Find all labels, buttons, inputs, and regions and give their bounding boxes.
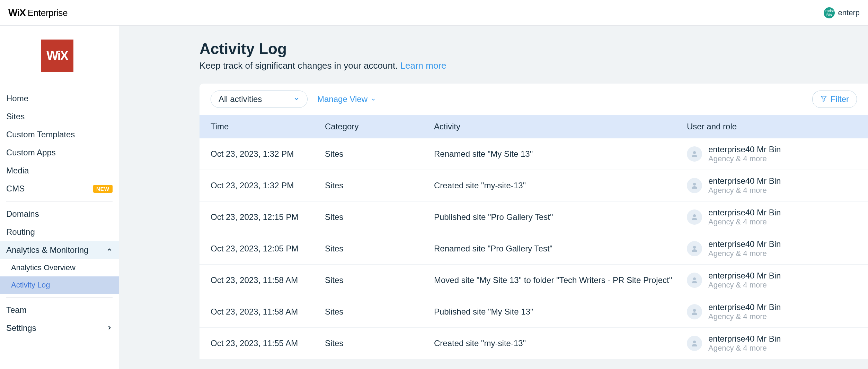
cell-activity: Created site "my-site-13"	[434, 338, 687, 348]
svg-point-5	[693, 277, 696, 280]
page-subtitle: Keep track of significant changes in you…	[200, 60, 868, 71]
manage-view-label: Manage View	[317, 94, 367, 104]
sidebar-item-analytics-monitoring[interactable]: Analytics & Monitoring	[0, 241, 119, 259]
sidebar-item-label: Team	[6, 305, 27, 315]
sidebar-item-label: Analytics & Monitoring	[6, 245, 88, 255]
sidebar-item-label: Routing	[6, 227, 35, 237]
table-row[interactable]: Oct 23, 2023, 1:32 PM Sites Renamed site…	[200, 138, 868, 170]
sidebar-item-label: Custom Templates	[6, 130, 75, 139]
user-menu[interactable]: erprise Bin enterp	[824, 7, 860, 18]
cell-category: Sites	[325, 244, 434, 254]
filter-label: Filter	[831, 94, 849, 104]
cell-user-role: Agency & 4 more	[708, 249, 781, 258]
table-row[interactable]: Oct 23, 2023, 1:32 PM Sites Created site…	[200, 170, 868, 201]
svg-point-2	[693, 183, 696, 186]
user-avatar-icon	[687, 241, 702, 256]
chevron-down-icon	[371, 94, 376, 104]
page-title: Activity Log	[200, 40, 868, 58]
sidebar-item-analytics-overview[interactable]: Analytics Overview	[0, 259, 119, 276]
sidebar-item-sites[interactable]: Sites	[0, 108, 119, 126]
user-name-label: enterp	[838, 8, 860, 17]
sidebar-divider	[6, 201, 113, 201]
user-avatar-icon	[687, 209, 702, 225]
col-header-category[interactable]: Category	[325, 122, 434, 131]
sidebar-item-domains[interactable]: Domains	[0, 205, 119, 223]
svg-point-1	[693, 151, 696, 154]
chevron-down-icon	[293, 94, 300, 104]
table-header: Time Category Activity User and role	[200, 115, 868, 138]
sidebar-item-label: Custom Apps	[6, 148, 56, 157]
sidebar: WiX Home Sites Custom Templates Custom A…	[0, 26, 119, 369]
brand-enterprise-text: Enterprise	[28, 8, 68, 18]
table-row[interactable]: Oct 23, 2023, 11:58 AM Sites Published s…	[200, 296, 868, 328]
cell-user-role: Agency & 4 more	[708, 154, 781, 163]
activities-dropdown[interactable]: All activities	[211, 91, 308, 108]
main-content: Activity Log Keep track of significant c…	[119, 26, 868, 369]
filter-button[interactable]: Filter	[812, 91, 857, 108]
sidebar-item-cms[interactable]: CMS NEW	[0, 180, 119, 198]
cell-user-role: Agency & 4 more	[708, 281, 781, 290]
new-badge: NEW	[93, 185, 113, 193]
sidebar-item-label: Media	[6, 166, 29, 175]
sidebar-item-activity-log[interactable]: Activity Log	[0, 276, 119, 294]
user-avatar-icon	[687, 146, 702, 162]
cell-user-name: enterprise40 Mr Bin	[708, 176, 781, 186]
sidebar-item-routing[interactable]: Routing	[0, 223, 119, 241]
cell-category: Sites	[325, 275, 434, 285]
table-body: Oct 23, 2023, 1:32 PM Sites Renamed site…	[200, 138, 868, 359]
dropdown-label: All activities	[219, 94, 262, 104]
table-row[interactable]: Oct 23, 2023, 12:15 PM Sites Published s…	[200, 201, 868, 233]
chevron-right-icon	[106, 323, 113, 333]
cell-category: Sites	[325, 181, 434, 190]
cell-user-name: enterprise40 Mr Bin	[708, 271, 781, 281]
cell-activity: Published site "My Site 13"	[434, 307, 687, 317]
sidebar-item-custom-templates[interactable]: Custom Templates	[0, 126, 119, 144]
table-row[interactable]: Oct 23, 2023, 11:55 AM Sites Created sit…	[200, 328, 868, 359]
sidebar-item-media[interactable]: Media	[0, 162, 119, 180]
cell-user-role: Agency & 4 more	[708, 344, 781, 353]
cell-time: Oct 23, 2023, 1:32 PM	[211, 149, 325, 159]
svg-point-3	[693, 214, 696, 217]
cell-user-role: Agency & 4 more	[708, 186, 781, 195]
col-header-activity[interactable]: Activity	[434, 122, 687, 131]
user-avatar-icon	[687, 273, 702, 288]
page-subtitle-text: Keep track of significant changes in you…	[200, 60, 400, 71]
cell-time: Oct 23, 2023, 1:32 PM	[211, 181, 325, 190]
cell-time: Oct 23, 2023, 12:15 PM	[211, 212, 325, 222]
sidebar-item-custom-apps[interactable]: Custom Apps	[0, 144, 119, 162]
cell-user-name: enterprise40 Mr Bin	[708, 302, 781, 312]
col-header-user[interactable]: User and role	[687, 122, 857, 131]
sidebar-item-label: Analytics Overview	[11, 263, 76, 272]
brand-wix-text: WiX	[8, 7, 26, 18]
brand[interactable]: WiX Enterprise	[8, 7, 68, 18]
cell-category: Sites	[325, 149, 434, 159]
learn-more-link[interactable]: Learn more	[400, 60, 446, 71]
cell-user-role: Agency & 4 more	[708, 217, 781, 226]
manage-view-link[interactable]: Manage View	[317, 94, 376, 104]
sidebar-divider	[6, 297, 113, 298]
cell-activity: Moved site "My Site 13" to folder "Tech …	[434, 275, 687, 285]
table-row[interactable]: Oct 23, 2023, 12:05 PM Sites Renamed sit…	[200, 233, 868, 265]
filter-icon	[820, 94, 827, 104]
cell-user-name: enterprise40 Mr Bin	[708, 334, 781, 344]
sidebar-item-team[interactable]: Team	[0, 301, 119, 319]
sidebar-item-label: Home	[6, 94, 28, 103]
sidebar-item-home[interactable]: Home	[0, 89, 119, 108]
top-header: WiX Enterprise erprise Bin enterp	[0, 0, 868, 26]
toolbar: All activities Manage View Fil	[200, 84, 868, 115]
svg-marker-0	[821, 96, 826, 101]
user-avatar-icon: erprise Bin	[824, 7, 835, 18]
cell-activity: Created site "my-site-13"	[434, 181, 687, 190]
sidebar-item-label: Settings	[6, 323, 36, 333]
cell-user-name: enterprise40 Mr Bin	[708, 239, 781, 249]
account-logo[interactable]: WiX	[41, 40, 73, 72]
sidebar-item-settings[interactable]: Settings	[0, 319, 119, 337]
table-row[interactable]: Oct 23, 2023, 11:58 AM Sites Moved site …	[200, 265, 868, 296]
user-avatar-icon	[687, 178, 702, 193]
col-header-time[interactable]: Time	[211, 122, 325, 131]
cell-time: Oct 23, 2023, 11:55 AM	[211, 338, 325, 348]
cell-time: Oct 23, 2023, 12:05 PM	[211, 244, 325, 254]
chevron-up-icon	[106, 245, 113, 255]
user-avatar-icon	[687, 336, 702, 351]
svg-point-4	[693, 246, 696, 249]
